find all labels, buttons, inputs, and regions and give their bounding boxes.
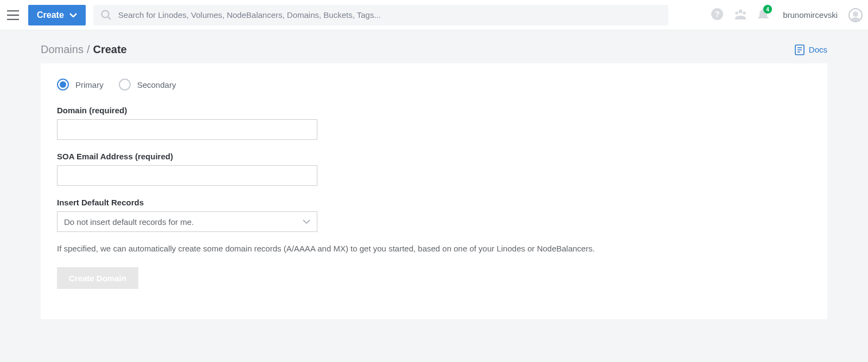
search-input[interactable] — [118, 10, 661, 20]
domain-type-radio-group: Primary Secondary — [57, 79, 811, 90]
domain-input[interactable] — [57, 119, 317, 140]
default-records-helper: If specified, we can automatically creat… — [57, 244, 811, 253]
svg-point-4 — [735, 11, 738, 15]
svg-text:?: ? — [715, 9, 720, 18]
radio-secondary[interactable]: Secondary — [119, 79, 176, 90]
chevron-down-icon — [303, 219, 310, 224]
breadcrumb-current: Create — [93, 43, 126, 56]
username-label[interactable]: brunomircevski — [783, 10, 838, 20]
create-domain-label: Create Domain — [69, 274, 126, 283]
create-button-label: Create — [37, 10, 64, 20]
svg-point-3 — [739, 10, 743, 14]
avatar-icon — [850, 10, 861, 21]
avatar[interactable] — [848, 8, 863, 22]
topbar: Create ? 4 brunomircevski — [0, 0, 868, 30]
create-button[interactable]: Create — [28, 5, 86, 25]
top-icons: ? 4 brunomircevski — [711, 8, 863, 22]
radio-secondary-label: Secondary — [137, 80, 176, 89]
hamburger-menu-button[interactable] — [5, 8, 21, 23]
notification-badge: 4 — [763, 5, 772, 14]
docs-link[interactable]: Docs — [795, 44, 827, 55]
help-button[interactable]: ? — [711, 8, 723, 22]
default-records-select[interactable]: Do not insert default records for me. — [57, 211, 317, 232]
default-records-selected: Do not insert default records for me. — [64, 217, 194, 227]
svg-point-0 — [101, 10, 108, 17]
domain-field: Domain (required) — [57, 106, 317, 140]
breadcrumb: Domains / Create — [41, 43, 127, 56]
radio-indicator — [57, 79, 69, 90]
content: Domains / Create Docs Primary Secondary … — [41, 30, 827, 341]
hamburger-icon — [7, 10, 19, 20]
search-wrapper — [93, 5, 668, 25]
soa-email-input[interactable] — [57, 165, 317, 186]
soa-email-label: SOA Email Address (required) — [57, 152, 317, 161]
chevron-down-icon — [69, 13, 77, 17]
people-icon — [734, 9, 747, 20]
svg-point-6 — [853, 11, 858, 17]
svg-point-5 — [743, 11, 746, 15]
default-records-field: Insert Default Records Do not insert def… — [57, 198, 317, 232]
domain-label: Domain (required) — [57, 106, 317, 115]
help-icon: ? — [711, 8, 723, 20]
breadcrumb-separator: / — [87, 43, 90, 56]
community-button[interactable] — [734, 9, 747, 21]
notifications-button[interactable]: 4 — [758, 8, 769, 22]
form-panel: Primary Secondary Domain (required) SOA … — [41, 63, 827, 319]
search-icon — [101, 10, 112, 21]
radio-primary[interactable]: Primary — [57, 79, 104, 90]
header-row: Domains / Create Docs — [41, 43, 827, 63]
create-domain-button[interactable]: Create Domain — [57, 267, 138, 289]
docs-label: Docs — [809, 45, 827, 54]
docs-icon — [795, 44, 805, 55]
radio-primary-label: Primary — [75, 80, 104, 89]
radio-indicator — [119, 79, 131, 90]
soa-email-field: SOA Email Address (required) — [57, 152, 317, 186]
default-records-label: Insert Default Records — [57, 198, 317, 207]
breadcrumb-parent[interactable]: Domains — [41, 43, 84, 56]
